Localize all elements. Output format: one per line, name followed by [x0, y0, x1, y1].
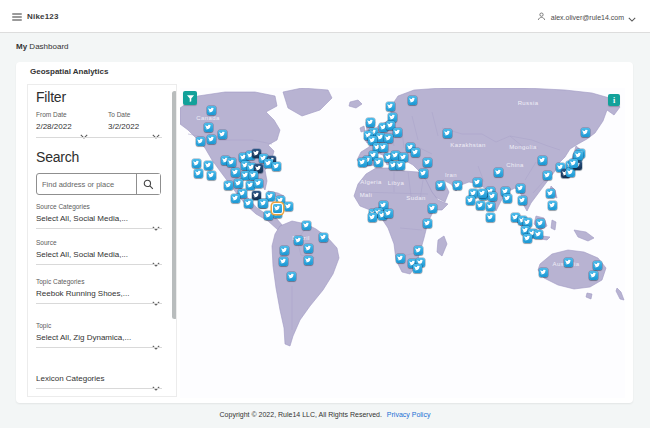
map-marker-twitter[interactable]	[284, 202, 293, 211]
map-marker-twitter[interactable]	[443, 129, 452, 138]
map-marker-twitter[interactable]	[411, 148, 420, 157]
chevron-down-icon[interactable]	[152, 253, 161, 259]
map-marker-twitter[interactable]	[358, 158, 367, 167]
map-marker-twitter[interactable]	[218, 130, 227, 139]
map-marker-twitter[interactable]	[396, 161, 405, 170]
map-info-button[interactable]: i	[608, 94, 620, 106]
map-marker-twitter[interactable]	[466, 196, 475, 205]
map-marker-twitter[interactable]	[423, 219, 432, 228]
map-marker-twitter[interactable]	[473, 178, 482, 187]
map-marker-twitter[interactable]	[194, 169, 203, 178]
menu-icon[interactable]	[12, 13, 22, 21]
map-marker-twitter[interactable]	[264, 211, 273, 220]
map-marker-twitter[interactable]	[207, 135, 216, 144]
source-categories-select[interactable]: Select All, Social Media,...	[36, 214, 128, 223]
from-date-select[interactable]: 2/28/2022	[36, 122, 72, 131]
map-marker-twitter[interactable]	[302, 221, 311, 230]
map-marker-twitter[interactable]	[304, 256, 313, 265]
map-marker-twitter[interactable]	[436, 181, 445, 190]
map-marker-twitter[interactable]	[488, 192, 497, 201]
map-marker-twitter[interactable]	[368, 213, 377, 222]
map-marker-twitter[interactable]	[534, 230, 543, 239]
map-marker-twitter[interactable]	[478, 189, 487, 198]
map-marker-twitter[interactable]	[546, 189, 555, 198]
map-marker-twitter[interactable]	[414, 246, 423, 255]
chevron-down-icon[interactable]	[152, 336, 161, 342]
map-marker-twitter[interactable]	[423, 158, 432, 167]
map-marker-twitter[interactable]	[564, 258, 573, 267]
map-marker-twitter[interactable]	[396, 254, 405, 263]
map-marker-twitter[interactable]	[503, 194, 512, 203]
map-marker-twitter[interactable]	[536, 219, 545, 228]
map-marker-twitter[interactable]	[523, 234, 532, 243]
map-marker-twitter[interactable]	[224, 181, 233, 190]
map-marker-twitter[interactable]	[192, 159, 201, 168]
search-input[interactable]	[37, 174, 136, 194]
user-menu[interactable]: alex.oliver@rule14.com	[536, 10, 636, 24]
map-marker-twitter[interactable]	[539, 268, 548, 277]
map-marker-twitter[interactable]	[486, 202, 495, 211]
map-marker-twitter[interactable]	[254, 179, 263, 188]
map-marker-twitter[interactable]	[486, 213, 495, 222]
chevron-down-icon[interactable]	[80, 125, 89, 131]
map-marker-twitter[interactable]	[494, 168, 503, 177]
map-marker-twitter[interactable]	[204, 123, 213, 132]
map-marker-twitter[interactable]	[386, 102, 395, 111]
map-filter-button[interactable]	[183, 91, 197, 105]
map-marker-twitter[interactable]	[379, 143, 388, 152]
map-marker-twitter[interactable]	[244, 199, 253, 208]
to-date-select[interactable]: 3/2/2022	[108, 122, 139, 131]
twitter-bird-icon	[567, 169, 573, 175]
lexicon-categories-select[interactable]: Lexicon Categories	[36, 374, 104, 383]
map-marker-twitter[interactable]	[231, 194, 240, 203]
map-marker-twitter[interactable]	[518, 196, 527, 205]
map-marker-twitter[interactable]	[287, 272, 296, 281]
topic-categories-select[interactable]: Reebok Running Shoes,...	[36, 289, 129, 298]
map-marker-twitter[interactable]	[408, 96, 417, 105]
chevron-down-icon[interactable]	[152, 125, 161, 131]
map-marker-twitter[interactable]	[374, 158, 383, 167]
map-marker-twitter[interactable]	[279, 257, 288, 266]
map-marker-twitter[interactable]	[272, 162, 281, 171]
topic-select[interactable]: Select All, Zig Dynamica,...	[36, 333, 131, 342]
map-marker-twitter[interactable]	[384, 209, 393, 218]
map-marker-twitter[interactable]	[231, 168, 240, 177]
map-marker-twitter[interactable]	[227, 158, 236, 167]
map-marker-twitter[interactable]	[569, 159, 578, 168]
map-marker-twitter[interactable]	[548, 201, 557, 210]
chevron-down-icon[interactable]	[152, 292, 161, 298]
map-marker-twitter[interactable]	[304, 244, 313, 253]
map-marker-twitter[interactable]	[259, 199, 268, 208]
map-marker-twitter[interactable]	[428, 204, 437, 213]
chevron-down-icon[interactable]	[152, 217, 161, 223]
world-map[interactable]: CanadaRussiaKazakhstanMongoliaChinaIranL…	[180, 88, 625, 398]
map-marker-twitter[interactable]	[453, 181, 462, 190]
map-marker-twitter[interactable]	[294, 236, 303, 245]
map-marker-twitter[interactable]	[593, 261, 602, 270]
privacy-policy-link[interactable]: Privacy Policy	[387, 411, 431, 418]
map-marker-twitter[interactable]	[207, 106, 216, 115]
map-marker-twitter[interactable]	[538, 156, 547, 165]
map-marker-twitter[interactable]	[384, 134, 393, 143]
map-marker-twitter[interactable]	[419, 169, 428, 178]
map-marker-twitter[interactable]	[581, 128, 590, 137]
map-marker-twitter[interactable]	[273, 204, 282, 213]
search-button[interactable]	[136, 174, 160, 194]
map-marker-twitter[interactable]	[589, 271, 598, 280]
source-select[interactable]: Select All, Social Media,...	[36, 250, 128, 259]
map-marker-twitter[interactable]	[280, 246, 289, 255]
map-marker-twitter[interactable]	[543, 171, 552, 180]
panel-scrollbar[interactable]	[172, 91, 177, 319]
chevron-down-icon[interactable]	[152, 377, 161, 383]
map-marker-twitter[interactable]	[366, 118, 375, 127]
map-marker-twitter[interactable]	[516, 184, 525, 193]
map-marker-twitter[interactable]	[196, 137, 205, 146]
map-marker-twitter[interactable]	[207, 171, 216, 180]
map-marker-twitter[interactable]	[393, 128, 402, 137]
twitter-bird-icon	[385, 210, 391, 216]
map-marker-twitter[interactable]	[204, 161, 213, 170]
map-marker-twitter[interactable]	[476, 201, 485, 210]
map-marker-twitter[interactable]	[319, 233, 328, 242]
map-marker-twitter[interactable]	[413, 264, 422, 273]
map-marker-twitter[interactable]	[234, 179, 243, 188]
